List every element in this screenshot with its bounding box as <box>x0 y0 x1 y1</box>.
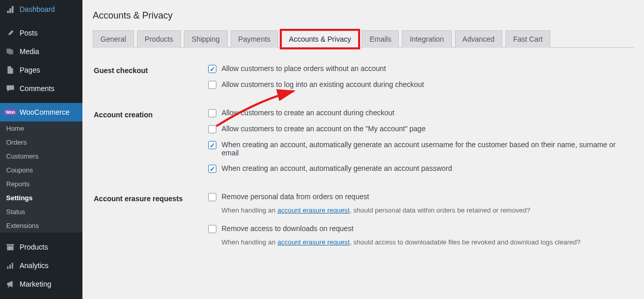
submenu-item-coupons[interactable]: Coupons <box>0 163 82 177</box>
sidebar-item-label: Analytics <box>20 261 48 270</box>
tab-products[interactable]: Products <box>137 30 181 48</box>
option-remove-download-access[interactable]: Remove access to downloads on request <box>208 222 628 238</box>
checkbox[interactable] <box>208 81 216 89</box>
erasure-request-link[interactable]: account erasure request <box>277 206 349 214</box>
sidebar-item-label: Products <box>20 243 48 251</box>
checkbox[interactable] <box>208 165 216 173</box>
sidebar-item-label: Pages <box>20 66 40 74</box>
pages-icon <box>5 65 15 75</box>
option-remove-personal-data[interactable]: Remove personal data from orders on requ… <box>208 190 628 206</box>
woocommerce-icon: Woo <box>5 107 15 117</box>
admin-sidebar: Dashboard Posts Media Pages Comments Woo… <box>0 0 82 299</box>
option-label: Remove personal data from orders on requ… <box>222 192 369 201</box>
tab-accounts-privacy[interactable]: Accounts & Privacy <box>281 30 359 48</box>
option-auto-generate-password[interactable]: When creating an account, automatically … <box>208 162 628 185</box>
tab-integration[interactable]: Integration <box>402 30 451 48</box>
tab-general[interactable]: General <box>93 30 134 48</box>
submenu-item-settings[interactable]: Settings <box>0 191 82 205</box>
option-label: When creating an account, automatically … <box>222 164 452 172</box>
sidebar-item-woocommerce[interactable]: WooWooCommerce <box>0 103 82 121</box>
sidebar-item-label: Posts <box>20 29 38 37</box>
submenu-item-extensions[interactable]: Extensions <box>0 219 82 233</box>
tab-fast-cart[interactable]: Fast Cart <box>505 30 551 48</box>
checkbox[interactable] <box>208 141 216 149</box>
sidebar-item-dashboard[interactable]: Dashboard <box>0 0 82 19</box>
sidebar-submenu: Home Orders Customers Coupons Reports Se… <box>0 121 82 233</box>
checkbox[interactable] <box>208 65 216 73</box>
media-icon <box>5 46 15 57</box>
option-label: Allow customers to create an account on … <box>222 125 426 133</box>
tab-advanced[interactable]: Advanced <box>455 30 502 48</box>
sidebar-item-pages[interactable]: Pages <box>0 61 82 79</box>
erasure-request-link[interactable]: account erasure request <box>277 238 349 246</box>
submenu-item-customers[interactable]: Customers <box>0 149 82 163</box>
section-heading-account-erasure: Account erasure requests <box>94 190 207 258</box>
settings-form: Guest checkout Allow customers to place … <box>93 61 634 259</box>
settings-tabs: General Products Shipping Payments Accou… <box>93 30 634 48</box>
page-title: Accounts & Privacy <box>93 0 634 30</box>
option-description: When handling an account erasure request… <box>208 206 628 222</box>
analytics-icon <box>5 260 15 271</box>
option-create-account-checkout[interactable]: Allow customers to create an account dur… <box>208 107 628 122</box>
option-allow-login-during-checkout[interactable]: Allow customers to log into an existing … <box>208 78 628 101</box>
option-label: Remove access to downloads on request <box>222 224 353 233</box>
checkbox[interactable] <box>208 109 216 117</box>
sidebar-item-marketing[interactable]: Marketing <box>0 275 82 293</box>
option-auto-generate-username[interactable]: When creating an account, automatically … <box>208 138 628 162</box>
tab-payments[interactable]: Payments <box>231 30 278 48</box>
dashboard-icon <box>5 4 15 14</box>
sidebar-item-label: Media <box>20 47 39 56</box>
option-label: Allow customers to place orders without … <box>222 64 386 73</box>
option-description: When handling an account erasure request… <box>208 238 628 254</box>
pin-icon <box>5 28 15 38</box>
checkbox[interactable] <box>208 225 216 233</box>
section-heading-account-creation: Account creation <box>94 107 207 189</box>
submenu-item-status[interactable]: Status <box>0 205 82 219</box>
sidebar-item-posts[interactable]: Posts <box>0 24 82 42</box>
section-heading-guest-checkout: Guest checkout <box>94 62 207 105</box>
marketing-icon <box>5 279 15 289</box>
checkbox[interactable] <box>208 193 216 201</box>
option-allow-orders-without-account[interactable]: Allow customers to place orders without … <box>208 62 628 78</box>
option-create-account-myaccount[interactable]: Allow customers to create an account on … <box>208 122 628 138</box>
submenu-item-home[interactable]: Home <box>0 121 82 135</box>
sidebar-item-label: Dashboard <box>20 5 55 13</box>
option-label: Allow customers to log into an existing … <box>222 80 424 89</box>
checkbox[interactable] <box>208 125 216 133</box>
option-label: When creating an account, automatically … <box>222 140 628 157</box>
sidebar-item-media[interactable]: Media <box>0 42 82 61</box>
submenu-item-reports[interactable]: Reports <box>0 177 82 191</box>
sidebar-item-label: Comments <box>20 84 55 93</box>
sidebar-item-analytics[interactable]: Analytics <box>0 256 82 275</box>
main-content: Accounts & Privacy General Products Ship… <box>82 0 644 299</box>
comment-icon <box>5 83 15 94</box>
submenu-item-orders[interactable]: Orders <box>0 135 82 149</box>
products-icon <box>5 242 15 252</box>
sidebar-item-comments[interactable]: Comments <box>0 79 82 98</box>
sidebar-item-products[interactable]: Products <box>0 238 82 256</box>
tab-shipping[interactable]: Shipping <box>184 30 228 48</box>
sidebar-item-label: Marketing <box>20 280 51 288</box>
option-label: Allow customers to create an account dur… <box>222 109 394 117</box>
sidebar-item-label: WooCommerce <box>20 108 70 116</box>
tab-emails[interactable]: Emails <box>362 30 399 48</box>
